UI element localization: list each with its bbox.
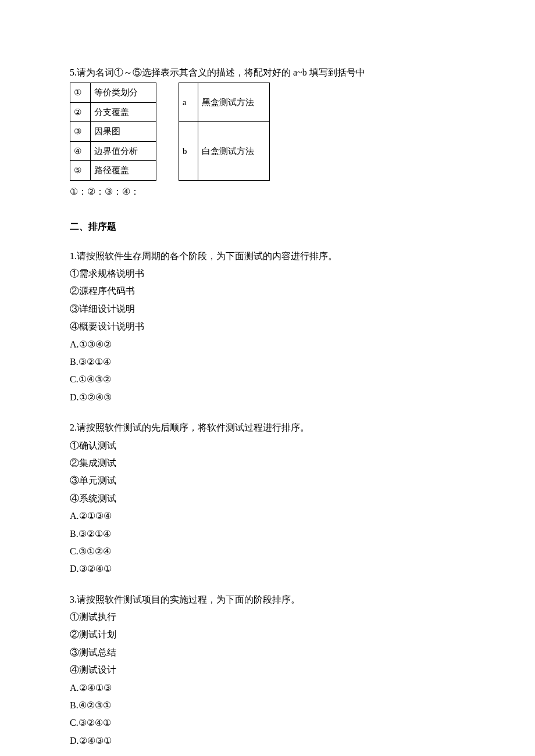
q1-option-a: A.①③④② [70,336,465,353]
q3-item-4: ④测试设计 [70,661,465,679]
q5-left-num-4: ④ [70,141,91,161]
q1-item-1: ①需求规格说明书 [70,265,465,282]
q2-item-2: ②集成测试 [70,454,465,472]
q2-item-4: ④系统测试 [70,490,465,507]
q2-option-a: A.②①③④ [70,507,465,525]
q5-left-num-2: ② [70,102,91,122]
q5-prompt: 5.请为名词①～⑤选择表示其含义的描述，将配对好的 a~b 填写到括号中 [70,64,465,81]
q5-answer-line: ①：②：③：④： [70,183,465,200]
q2-option-d: D.③②④① [70,560,465,578]
q2-option-c: C.③①②④ [70,543,465,560]
q2-prompt: 2.请按照软件测试的先后顺序，将软件测试过程进行排序。 [70,419,465,436]
q5-left-term-4: 边界值分析 [91,141,156,161]
q5-right-desc-b: 白盒测试方法 [198,122,270,181]
question-1: 1.请按照软件生存周期的各个阶段，为下面测试的内容进行排序。 ①需求规格说明书 … [70,248,465,407]
q1-item-3: ③详细设计说明 [70,300,465,318]
q2-item-3: ③单元测试 [70,472,465,489]
question-2: 2.请按照软件测试的先后顺序，将软件测试过程进行排序。 ①确认测试 ②集成测试 … [70,419,465,578]
q5-match-table: ① 等价类划分 a 黑盒测试方法 ② 分支覆盖 ③ 因果图 b 白盒测试方法 ④… [70,83,270,181]
q5-left-term-3: 因果图 [91,122,156,142]
q3-option-c: C.③②④① [70,714,465,732]
q3-item-1: ①测试执行 [70,608,465,626]
q3-item-3: ③测试总结 [70,644,465,661]
q5-left-term-5: 路径覆盖 [91,161,156,181]
q3-item-2: ②测试计划 [70,626,465,643]
q1-option-d: D.①②④③ [70,389,465,406]
q5-right-desc-a: 黑盒测试方法 [198,83,270,122]
q5-right-letter-a: a [179,83,198,122]
q1-option-b: B.③②①④ [70,353,465,371]
q1-option-c: C.①④③② [70,371,465,388]
q3-option-a: A.②④①③ [70,679,465,697]
q3-prompt: 3.请按照软件测试项目的实施过程，为下面的阶段排序。 [70,591,465,608]
q1-item-2: ②源程序代码书 [70,282,465,300]
q5-left-num-1: ① [70,83,91,103]
q5-left-term-1: 等价类划分 [91,83,156,103]
question-3: 3.请按照软件测试项目的实施过程，为下面的阶段排序。 ①测试执行 ②测试计划 ③… [70,591,465,750]
q3-option-b: B.④②③① [70,697,465,714]
q5-left-num-5: ⑤ [70,161,91,181]
q5-right-letter-b: b [179,122,198,181]
q1-prompt: 1.请按照软件生存周期的各个阶段，为下面测试的内容进行排序。 [70,248,465,265]
q1-item-4: ④概要设计说明书 [70,318,465,335]
q2-option-b: B.③②①④ [70,525,465,543]
table-gap [156,83,179,181]
section-2-title: 二、排序题 [70,218,465,235]
q5-left-num-3: ③ [70,122,91,142]
q2-item-1: ①确认测试 [70,437,465,454]
q3-option-d: D.②④③① [70,732,465,750]
q5-left-term-2: 分支覆盖 [91,102,156,122]
